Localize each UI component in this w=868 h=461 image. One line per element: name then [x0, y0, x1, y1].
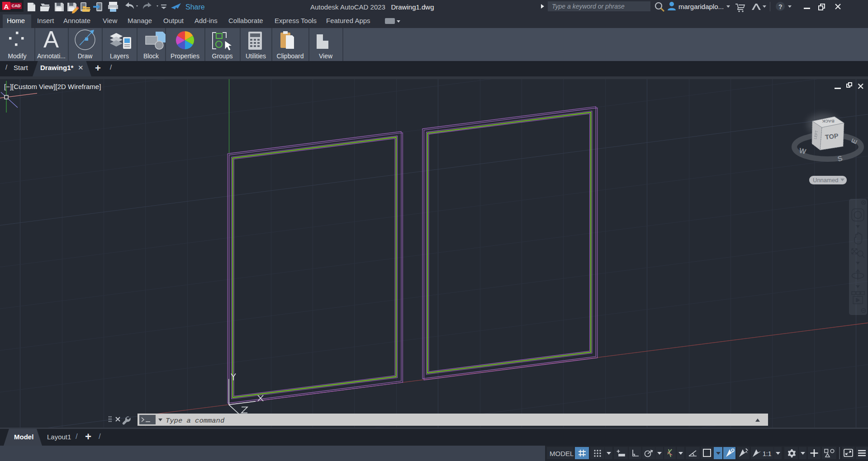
svg-text:BACK: BACK — [822, 119, 835, 124]
svg-text:A: A — [43, 28, 59, 52]
svg-text:Unnamed: Unnamed — [813, 177, 838, 183]
svg-text:Share: Share — [185, 3, 205, 11]
svg-text:margaridaplo...: margaridaplo... — [678, 3, 724, 10]
svg-text:?: ? — [778, 3, 783, 10]
svg-text:Type a command: Type a command — [166, 417, 225, 425]
